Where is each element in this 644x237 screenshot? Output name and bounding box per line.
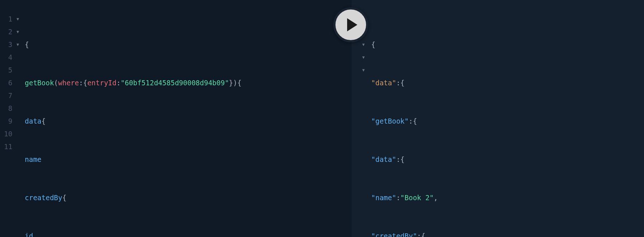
- token-comma: ,: [434, 191, 438, 204]
- query-code[interactable]: { getBook(where: { entryId: "60bf512d458…: [21, 0, 242, 237]
- execute-query-button[interactable]: [333, 7, 368, 42]
- token-json-string: "Book 2": [400, 191, 434, 204]
- token-brace: {: [413, 115, 417, 128]
- token-argument: where: [58, 77, 79, 89]
- token-field: id: [25, 230, 33, 237]
- token-json-key: "getBook": [371, 115, 409, 128]
- token-colon: :: [396, 191, 400, 204]
- token-brace: {: [62, 191, 66, 204]
- line-number: 2: [8, 26, 12, 38]
- token-colon: :: [417, 230, 421, 237]
- token-field: data: [25, 115, 42, 128]
- token-json-key: "name": [371, 191, 396, 204]
- line-number: 4: [8, 51, 12, 64]
- line-number: 10: [4, 128, 12, 140]
- token-json-key: "createdBy": [371, 230, 417, 237]
- token-field: createdBy: [25, 191, 62, 204]
- response-code: { "data": { "getBook": { "data": { "name…: [368, 0, 467, 237]
- fold-arrow-icon[interactable]: ▼: [14, 38, 19, 51]
- line-number: 6: [8, 77, 12, 89]
- fold-arrow-icon[interactable]: ▼: [14, 26, 19, 38]
- token-brace: {: [400, 153, 404, 166]
- token-brace: {: [25, 38, 29, 51]
- line-number-gutter: 1▼ 2▼ 3▼ 4▼ 5▼ 6▼ 7▼ 8▼ 9▼ 10▼ 11▼: [0, 0, 21, 237]
- token-brace: {: [42, 115, 46, 128]
- token-json-key: "data": [371, 77, 396, 89]
- token-colon: :: [396, 153, 400, 166]
- token-argument: entryId: [87, 77, 117, 89]
- token-function: getBook: [25, 77, 54, 89]
- token-json-key: "data": [371, 153, 396, 166]
- line-number: 3: [8, 38, 12, 51]
- token-paren: (: [54, 77, 58, 89]
- token-string: "60bf512d4585d90008d94b09": [121, 77, 229, 89]
- token-brace: }: [229, 77, 233, 89]
- token-brace: {: [400, 77, 404, 89]
- line-number: 5: [8, 64, 12, 77]
- fold-arrow-icon[interactable]: ▼: [352, 51, 365, 64]
- line-number: 9: [8, 115, 12, 128]
- fold-arrow-icon[interactable]: ▼: [14, 13, 19, 26]
- response-panel[interactable]: ▼ ▼ ▼ ▼ ▼ ▼ ▼ ▼ ▼ ▼ ▼ ▼ ▼ ▼ { "data": { …: [352, 0, 644, 237]
- token-field: name: [25, 153, 42, 166]
- token-brace: {: [421, 230, 425, 237]
- token-brace: {: [371, 38, 375, 51]
- line-number: 8: [8, 102, 12, 115]
- line-number: 1: [8, 13, 12, 26]
- fold-arrow-icon[interactable]: ▼: [352, 64, 365, 77]
- token-paren: ): [233, 77, 237, 89]
- query-editor-panel[interactable]: 1▼ 2▼ 3▼ 4▼ 5▼ 6▼ 7▼ 8▼ 9▼ 10▼ 11▼ { get…: [0, 0, 352, 237]
- token-colon: :: [117, 77, 121, 89]
- token-colon: :: [79, 77, 83, 89]
- token-colon: :: [396, 77, 400, 89]
- play-icon: [347, 18, 357, 31]
- token-brace: {: [83, 77, 87, 89]
- line-number: 7: [8, 89, 12, 102]
- token-brace: {: [237, 77, 242, 89]
- line-number: 11: [4, 140, 12, 153]
- token-colon: :: [409, 115, 413, 128]
